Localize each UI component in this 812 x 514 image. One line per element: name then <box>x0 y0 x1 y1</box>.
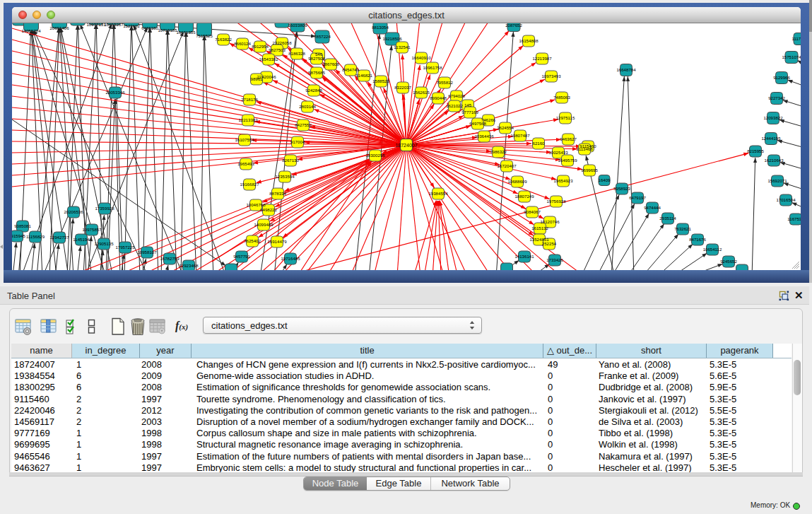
svg-text:7857224: 7857224 <box>314 34 331 39</box>
svg-text:15751074: 15751074 <box>782 54 801 59</box>
svg-text:16409: 16409 <box>599 177 611 182</box>
svg-text:12923468: 12923468 <box>179 263 199 268</box>
svg-text:7625402: 7625402 <box>244 238 261 243</box>
svg-text:10653267: 10653267 <box>104 23 124 27</box>
svg-text:16671355: 16671355 <box>176 30 196 35</box>
svg-text:6479197: 6479197 <box>629 195 646 200</box>
svg-text:1588520: 1588520 <box>372 78 389 83</box>
svg-text:10807487: 10807487 <box>510 133 530 138</box>
svg-text:1527602: 1527602 <box>123 23 140 28</box>
svg-text:19716485: 19716485 <box>281 256 300 261</box>
svg-text:8990448: 8990448 <box>430 95 447 100</box>
svg-text:98961: 98961 <box>251 76 264 81</box>
svg-text:9385081: 9385081 <box>14 223 31 228</box>
svg-text:10719185: 10719185 <box>158 28 177 33</box>
svg-text:10654112: 10654112 <box>703 247 722 252</box>
svg-text:19218506: 19218506 <box>382 36 402 41</box>
svg-text:10961758: 10961758 <box>423 65 442 70</box>
svg-text:2935114: 2935114 <box>659 216 676 221</box>
svg-text:10973493: 10973493 <box>541 74 561 78</box>
svg-text:917004: 917004 <box>290 139 305 144</box>
svg-text:7955812: 7955812 <box>436 80 453 85</box>
svg-text:16782759: 16782759 <box>160 256 180 261</box>
svg-text:17016504: 17016504 <box>776 197 796 202</box>
svg-text:10025433: 10025433 <box>548 150 568 155</box>
svg-text:8215955: 8215955 <box>747 148 764 153</box>
svg-text:10958107: 10958107 <box>137 250 157 255</box>
svg-text:9084067: 9084067 <box>524 209 541 214</box>
svg-text:18807249: 18807249 <box>514 194 534 199</box>
svg-text:16914479: 16914479 <box>267 239 287 244</box>
svg-text:1562615: 1562615 <box>413 90 430 95</box>
svg-text:9146821: 9146821 <box>355 73 372 78</box>
svg-text:1117434: 1117434 <box>792 36 801 41</box>
svg-text:1733426: 1733426 <box>546 257 563 262</box>
svg-text:16154808: 16154808 <box>519 38 539 43</box>
svg-text:19166827: 19166827 <box>240 182 259 187</box>
svg-text:5875685: 5875685 <box>308 70 325 75</box>
svg-text:8186328: 8186328 <box>288 51 305 56</box>
svg-text:19384554: 19384554 <box>428 191 448 196</box>
svg-text:12213383: 12213383 <box>238 117 258 122</box>
svg-text:16033809: 16033809 <box>288 23 307 28</box>
svg-text:145: 145 <box>464 103 472 107</box>
svg-text:8660124: 8660124 <box>234 41 251 46</box>
svg-text:10977131: 10977131 <box>86 23 106 27</box>
svg-text:3624554: 3624554 <box>497 125 514 130</box>
svg-text:16640910: 16640910 <box>411 55 431 60</box>
svg-text:16210643: 16210643 <box>764 158 784 163</box>
svg-text:16495759: 16495759 <box>558 158 577 163</box>
svg-text:2803144: 2803144 <box>299 104 316 109</box>
svg-text:18300295: 18300295 <box>365 153 385 158</box>
svg-text:1132541: 1132541 <box>394 45 411 49</box>
svg-text:15720407: 15720407 <box>497 163 517 168</box>
svg-text:6466160: 6466160 <box>141 25 158 30</box>
svg-text:10120746: 10120746 <box>540 219 560 224</box>
svg-text:14136141: 14136141 <box>514 254 534 259</box>
svg-text:20364436: 20364436 <box>474 134 494 139</box>
svg-text:252254: 252254 <box>542 241 557 246</box>
svg-text:10975857: 10975857 <box>82 227 102 232</box>
svg-text:9457791: 9457791 <box>233 254 250 259</box>
svg-text:62160: 62160 <box>533 141 546 146</box>
svg-text:1965493: 1965493 <box>237 161 254 166</box>
svg-text:9827508: 9827508 <box>308 56 325 61</box>
svg-text:9699695: 9699695 <box>581 168 598 173</box>
svg-text:19756928: 19756928 <box>546 199 566 204</box>
svg-text:6498222: 6498222 <box>260 207 277 212</box>
svg-text:16107554: 16107554 <box>235 137 254 142</box>
svg-text:9129966: 9129966 <box>773 75 790 80</box>
svg-text:12942737: 12942737 <box>49 235 69 240</box>
svg-text:6497568: 6497568 <box>469 121 486 126</box>
svg-text:9777169: 9777169 <box>461 110 478 115</box>
svg-text:12213987: 12213987 <box>532 56 552 61</box>
svg-text:18724007: 18724007 <box>395 143 417 148</box>
svg-text:20053346: 20053346 <box>105 90 125 95</box>
svg-text:17359928: 17359928 <box>95 206 114 211</box>
svg-text:1167533: 1167533 <box>787 216 801 221</box>
svg-text:1615132: 1615132 <box>531 226 548 230</box>
svg-text:9242848: 9242848 <box>305 88 322 93</box>
svg-text:3915945: 3915945 <box>12 233 25 238</box>
svg-text:12093822: 12093822 <box>763 115 783 120</box>
svg-text:11156829: 11156829 <box>26 234 45 239</box>
svg-text:3113468: 3113468 <box>576 146 593 151</box>
svg-text:9245652: 9245652 <box>720 259 737 264</box>
svg-text:12905135: 12905135 <box>94 241 114 246</box>
svg-text:14099489: 14099489 <box>254 222 273 227</box>
svg-text:5958923: 5958923 <box>613 186 630 191</box>
svg-text:7485063: 7485063 <box>553 95 570 100</box>
svg-text:9474444: 9474444 <box>644 205 661 210</box>
svg-text:8813054: 8813054 <box>372 25 389 30</box>
svg-text:20206536: 20206536 <box>64 209 83 214</box>
svg-text:9227342: 9227342 <box>768 95 785 100</box>
svg-text:9827503: 9827503 <box>269 47 286 52</box>
svg-text:2087652: 2087652 <box>505 23 522 28</box>
svg-text:10688609: 10688609 <box>507 179 527 184</box>
svg-text:16648784: 16648784 <box>616 67 636 72</box>
svg-text:12975115: 12975115 <box>556 115 575 120</box>
svg-text:8267130: 8267130 <box>282 158 299 163</box>
svg-text:9463627: 9463627 <box>560 136 577 141</box>
svg-text:8427552: 8427552 <box>295 122 312 127</box>
svg-text:23226058: 23226058 <box>272 40 292 45</box>
